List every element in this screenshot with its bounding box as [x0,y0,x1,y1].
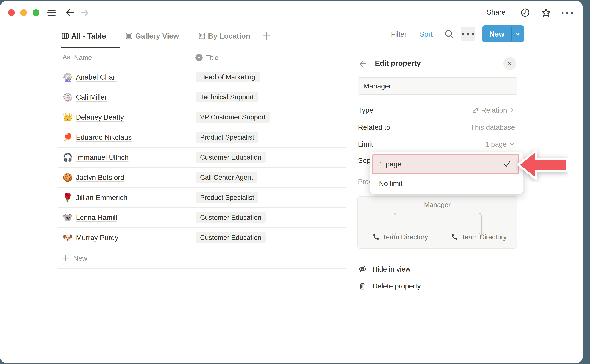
field-row-type[interactable]: Type Relation [358,105,515,116]
tab-label: Gallery View [135,32,179,40]
table-row[interactable]: 👑Delaney Beatty VP Customer Support [58,107,346,128]
row-emoji-icon: 🍪 [63,173,72,182]
check-icon [503,160,511,168]
panel-close-button[interactable] [503,57,516,70]
field-row-related[interactable]: Related to This database [358,122,515,133]
row-name[interactable]: Jillian Emmerich [76,193,127,202]
row-emoji-icon: 🌹 [63,193,72,202]
row-title-tag[interactable]: Customer Education [196,212,266,223]
type-value-label: Relation [481,106,507,114]
row-title-tag[interactable]: Customer Education [196,152,266,163]
row-name[interactable]: Lenna Hamill [76,213,117,222]
favorite-star-icon[interactable] [541,8,551,18]
option-label: 1 page [380,160,401,168]
new-button[interactable]: New [482,26,524,42]
hide-in-view-label: Hide in view [373,265,411,273]
dropdown-option-1-page[interactable]: 1 page [372,154,519,174]
column-divider[interactable] [189,48,189,248]
view-options-icon[interactable] [461,27,475,41]
row-name[interactable]: Immanuel Ullrich [76,153,129,162]
row-title-tag[interactable]: Product Specialist [196,192,258,203]
panel-section-divider [353,262,524,262]
forward-arrow-icon[interactable] [79,8,89,18]
preview-child-label: Team Directory [383,233,428,241]
table-row[interactable]: 🐨Lenna Hamill Customer Education [58,208,346,228]
add-row-button[interactable]: New [58,248,346,269]
search-icon[interactable] [444,29,454,39]
tab-by-location[interactable]: By Location [198,29,250,42]
row-name[interactable]: Delaney Beatty [76,113,124,121]
row-title-tag[interactable]: VP Customer Support [196,112,270,123]
row-title-tag[interactable]: Customer Education [196,232,266,243]
table-row[interactable]: 🏓Eduardo Nikolaus Product Specialist [58,127,346,148]
table-row[interactable]: 🌹Jillian Emmerich Product Specialist [58,188,346,208]
row-name[interactable]: Jaclyn Botsford [76,173,124,182]
new-button-label[interactable]: New [482,26,511,42]
row-name[interactable]: Cali Miller [76,93,107,101]
table-row[interactable]: 🎧Immanuel Ullrich Customer Education [58,147,346,168]
column-label: Title [206,54,218,61]
row-name[interactable]: Eduardo Nikolaus [76,133,132,142]
sort-button[interactable]: Sort [420,30,433,38]
panel-title: Edit property [375,59,421,67]
updates-clock-icon[interactable] [520,8,530,18]
select-property-icon [196,54,203,61]
field-label: Related to [358,123,390,131]
table-row[interactable]: 🏐Cali Miller Technical Support [58,87,346,107]
delete-property-button[interactable]: Delete property [358,280,512,292]
limit-select[interactable]: 1 page [485,140,515,148]
phone-icon [451,234,458,240]
row-title-tag[interactable]: Technical Support [196,92,258,103]
row-emoji-icon: 👑 [63,113,72,122]
trash-icon [358,282,367,290]
field-row-limit[interactable]: Limit 1 page [358,139,515,150]
row-title-tag[interactable]: Product Specialist [196,132,258,143]
eye-off-icon [358,265,367,273]
row-emoji-icon: 🏓 [63,133,72,142]
column-header-title[interactable]: Title [196,48,218,67]
gallery-view-icon [125,32,133,40]
filter-button[interactable]: Filter [391,30,407,38]
tab-gallery-view[interactable]: Gallery View [125,29,179,42]
new-dropdown-button[interactable] [512,26,524,42]
preview-section-label-partial: Prev [358,178,372,186]
more-options-icon[interactable] [561,9,574,17]
menu-icon[interactable] [47,8,57,18]
row-name[interactable]: Murray Purdy [76,234,118,242]
field-label: Type [358,106,373,114]
property-name-input[interactable] [358,78,517,95]
relation-arrow-icon [472,106,479,114]
row-title-tag[interactable]: Head of Marketing [196,72,260,83]
back-arrow-icon[interactable] [65,8,75,18]
chevron-down-icon [515,31,521,37]
option-label: No limit [379,179,402,188]
tab-all-table[interactable]: All - Table [61,29,106,42]
window-minimize-button[interactable] [20,9,27,16]
row-name[interactable]: Anabel Chan [76,73,117,81]
table-row[interactable]: 🎡Anabel Chan Head of Marketing [58,67,346,87]
share-button[interactable]: Share [482,8,505,16]
chevron-down-icon [509,141,515,147]
preview-root-label: Manager [358,201,517,208]
text-property-icon: Aa [63,54,71,61]
field-value[interactable]: Relation [472,106,515,114]
relation-preview: Manager Team Directory Team Directory [357,196,517,248]
panel-back-icon[interactable] [359,59,367,68]
table-right-border [346,48,346,248]
row-title-tag[interactable]: Call Center Agent [196,172,257,183]
hide-in-view-button[interactable]: Hide in view [358,263,512,276]
column-label: Name [74,54,92,61]
column-header-name[interactable]: Aa Name [63,48,92,67]
window-zoom-button[interactable] [33,9,39,16]
limit-value-label: 1 page [485,140,507,148]
table-row[interactable]: 🍪Jaclyn Botsford Call Center Agent [58,167,346,188]
row-emoji-icon: 🐶 [63,233,72,242]
active-tab-underline [61,46,120,48]
add-view-icon[interactable] [262,31,271,40]
row-emoji-icon: 🐨 [63,213,72,222]
related-value-label: This database [471,123,515,131]
dropdown-option-no-limit[interactable]: No limit [372,175,519,192]
close-icon [507,60,513,67]
table-row[interactable]: 🐶Murray Purdy Customer Education [58,228,346,248]
window-close-button[interactable] [8,9,15,16]
